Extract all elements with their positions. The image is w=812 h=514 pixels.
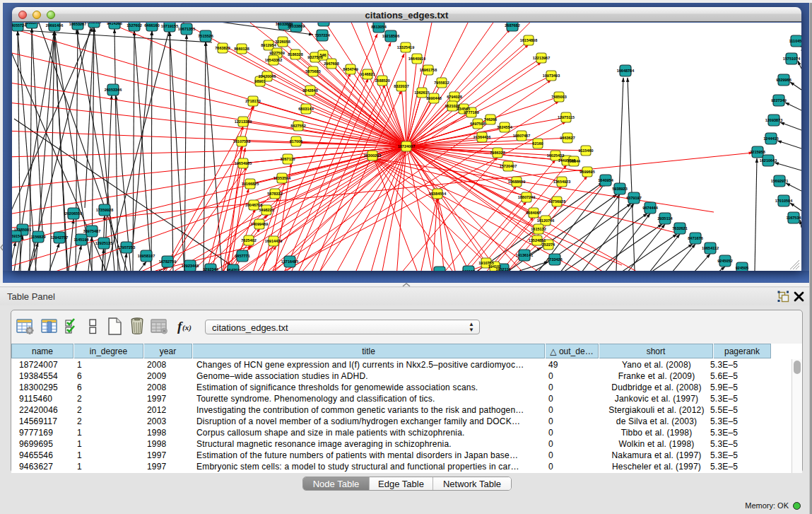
svg-text:2967608: 2967608 (324, 62, 339, 66)
svg-text:12925135: 12925135 (95, 241, 112, 245)
svg-text:10807487: 10807487 (513, 134, 530, 138)
svg-text:9084067: 9084067 (526, 211, 541, 215)
svg-text:1244415: 1244415 (763, 136, 778, 141)
svg-text:1156829: 1156829 (30, 235, 45, 239)
svg-text:7663110: 7663110 (86, 23, 101, 24)
svg-text:8186328: 8186328 (288, 52, 302, 57)
svg-text:7625402: 7625402 (241, 238, 256, 243)
svg-text:16210643: 16210643 (760, 158, 777, 163)
svg-text:18724007: 18724007 (398, 144, 415, 148)
svg-text:7955812: 7955812 (434, 81, 449, 85)
svg-text:924505: 924505 (736, 266, 748, 270)
svg-text:19166825: 19166825 (242, 182, 259, 186)
svg-text:1588520: 1588520 (375, 78, 389, 83)
svg-text:9115460: 9115460 (578, 148, 593, 153)
svg-text:16961758: 16961758 (420, 68, 437, 72)
svg-text:8471676: 8471676 (688, 236, 702, 240)
svg-text:10688609: 10688609 (508, 180, 525, 184)
svg-text:6794028: 6794028 (447, 95, 461, 99)
svg-text:33975487: 33975487 (83, 229, 100, 233)
svg-text:5938923: 5938923 (612, 187, 627, 191)
svg-text:16107553: 16107553 (233, 139, 250, 144)
svg-text:14099489: 14099489 (251, 222, 268, 226)
svg-text:7632621: 7632621 (672, 226, 687, 230)
svg-text:1292344: 1292344 (203, 267, 218, 271)
svg-text:62160: 62160 (532, 141, 543, 146)
svg-text:10654112: 10654112 (702, 246, 719, 250)
svg-text:9414368: 9414368 (107, 23, 122, 25)
svg-text:3267110: 3267110 (280, 157, 295, 161)
svg-text:17385001: 17385001 (14, 228, 31, 232)
svg-text:9474444: 9474444 (642, 206, 658, 210)
svg-text:20691406: 20691406 (46, 23, 63, 28)
svg-text:1860377: 1860377 (24, 23, 39, 25)
svg-text:25300293: 25300293 (364, 153, 381, 158)
svg-text:939154: 939154 (12, 234, 23, 238)
svg-text:10973493: 10973493 (543, 74, 560, 78)
svg-text:15720407: 15720407 (500, 164, 517, 168)
svg-text:12353594: 12353594 (273, 176, 291, 180)
svg-text:13654923: 13654923 (553, 180, 570, 184)
svg-text:8322037: 8322037 (394, 84, 408, 88)
svg-text:8912954: 8912954 (261, 43, 276, 47)
svg-text:7986322: 7986322 (490, 151, 505, 155)
svg-text:1110453: 1110453 (789, 39, 801, 43)
svg-text:23420046: 23420046 (259, 74, 276, 78)
svg-text:10958107: 10958107 (138, 254, 155, 258)
svg-text:6466160: 6466160 (144, 23, 159, 28)
svg-text:18807249: 18807249 (518, 195, 535, 199)
svg-text:26053346: 26053346 (105, 88, 122, 92)
svg-text:9699695: 9699695 (579, 170, 594, 174)
svg-text:9227349: 9227349 (771, 98, 786, 103)
svg-text:940102: 940102 (462, 269, 475, 271)
svg-text:9327509: 9327509 (269, 51, 284, 55)
svg-text:3624554: 3624554 (497, 125, 512, 129)
svg-text:10653267: 10653267 (69, 23, 86, 26)
svg-text:12942757: 12942757 (51, 235, 68, 240)
svg-text:16648784: 16648784 (617, 69, 635, 73)
svg-text:7663822: 7663822 (215, 46, 230, 50)
svg-text:12213389: 12213389 (235, 119, 252, 124)
svg-text:8427552: 8427552 (290, 124, 305, 128)
svg-text:3226058: 3226058 (275, 40, 290, 44)
svg-text:5878332: 5878332 (267, 192, 282, 196)
svg-text:15692971: 15692971 (771, 179, 788, 183)
svg-text:252274: 252274 (542, 243, 555, 247)
svg-text:8813054: 8813054 (371, 25, 387, 29)
svg-text:16640910: 16640910 (408, 57, 425, 61)
svg-text:5875685: 5875685 (305, 69, 320, 74)
svg-text:19218506: 19218506 (382, 34, 399, 38)
svg-text:16033809: 16033809 (288, 24, 305, 28)
svg-text:8454749: 8454749 (343, 67, 358, 71)
svg-text:16120746: 16120746 (537, 218, 554, 223)
svg-text:14136141: 14136141 (516, 253, 533, 257)
svg-text:16543362: 16543362 (265, 58, 282, 62)
svg-text:16914479: 16914479 (265, 239, 282, 243)
svg-text:1145194: 1145194 (73, 238, 89, 242)
svg-text:2687682: 2687682 (505, 23, 519, 28)
svg-text:16154808: 16154808 (520, 38, 537, 42)
svg-text:546: 546 (319, 53, 326, 57)
svg-text:16782759: 16782759 (159, 259, 176, 264)
svg-text:9245052: 9245052 (717, 259, 732, 263)
svg-text:9242848: 9242848 (302, 88, 317, 93)
svg-text:9463627: 9463627 (560, 136, 575, 140)
svg-text:12975115: 12975115 (558, 115, 575, 119)
svg-text:1640954: 1640954 (598, 178, 613, 182)
svg-text:13325419: 13325419 (397, 45, 414, 49)
svg-text:12093873: 12093873 (765, 118, 782, 122)
svg-text:7485003: 7485003 (551, 95, 566, 99)
svg-text:17010504: 17010504 (775, 199, 793, 203)
svg-text:9146821: 9146821 (360, 72, 375, 76)
svg-text:10025433: 10025433 (547, 153, 564, 158)
svg-text:7515526: 7515526 (198, 34, 213, 38)
svg-text:5498222: 5498222 (259, 208, 273, 212)
svg-text:9457771: 9457771 (235, 254, 249, 258)
svg-text:10046708: 10046708 (245, 203, 262, 207)
svg-text:8990448: 8990448 (426, 96, 441, 100)
svg-text:13716485: 13716485 (281, 259, 298, 264)
svg-text:1362615: 1362615 (414, 90, 429, 95)
svg-text:17957253: 17957253 (118, 245, 135, 250)
svg-text:6803144: 6803144 (298, 107, 314, 111)
svg-text:20206558: 20206558 (65, 211, 82, 216)
